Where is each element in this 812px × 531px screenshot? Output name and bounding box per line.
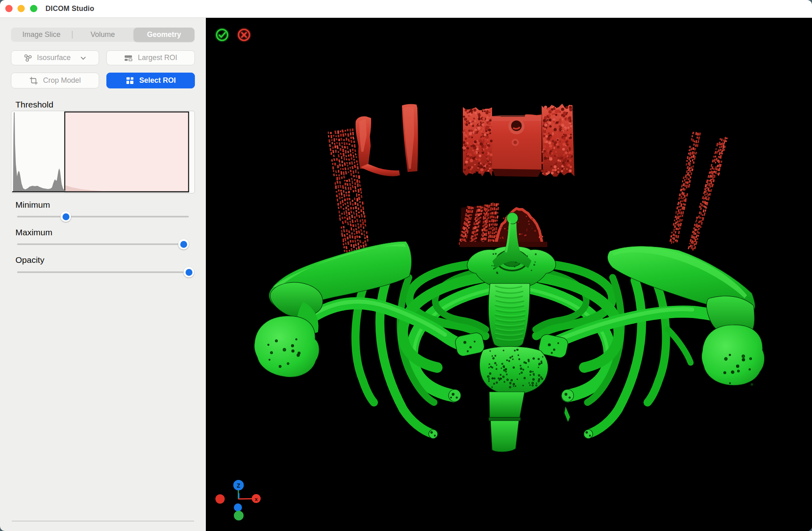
svg-text:x: x	[255, 496, 258, 502]
svg-text:Z: Z	[237, 482, 240, 489]
